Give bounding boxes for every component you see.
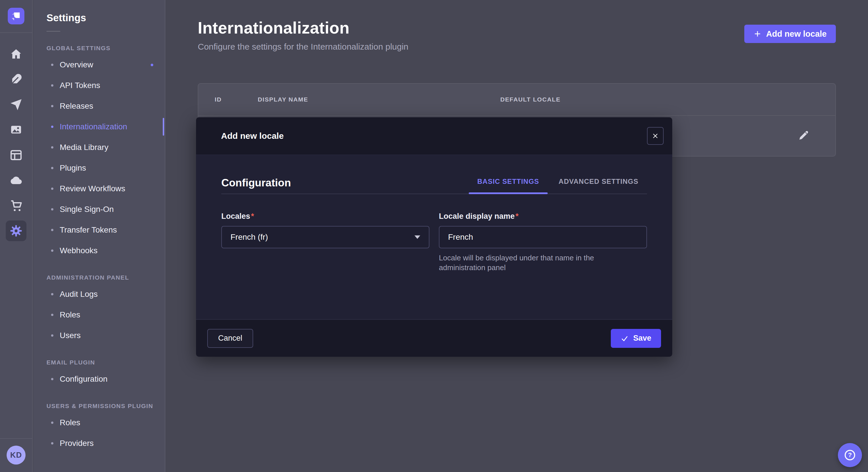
- logo-section: [0, 0, 32, 33]
- bullet: [51, 126, 53, 128]
- page-subtitle: Configure the settings for the Internati…: [198, 42, 836, 52]
- sidebar-item-internationalization[interactable]: Internationalization: [33, 116, 165, 137]
- icon-rail: KD: [0, 0, 33, 472]
- bullet: [51, 105, 53, 107]
- sidebar-item-overview[interactable]: Overview: [33, 55, 165, 75]
- users-permissions-menu: Roles Providers: [33, 412, 165, 453]
- sidebar-item-review-workflows[interactable]: Review Workflows: [33, 178, 165, 199]
- sidebar-item-single-sign-on[interactable]: Single Sign-On: [33, 199, 165, 220]
- help-button[interactable]: ?: [838, 443, 862, 467]
- user-avatar[interactable]: KD: [7, 446, 26, 465]
- question-icon: ?: [844, 449, 856, 461]
- edit-locale-button[interactable]: [799, 130, 809, 141]
- feather-icon: [9, 73, 23, 86]
- bullet: [51, 167, 53, 169]
- sidebar-item-admin-roles[interactable]: Roles: [33, 305, 165, 325]
- nav-content-button[interactable]: [6, 67, 26, 92]
- plus-icon: [753, 30, 762, 38]
- sidebar-item-media-library[interactable]: Media Library: [33, 137, 165, 158]
- sidebar-item-up-providers[interactable]: Providers: [33, 433, 165, 453]
- avatar-initials: KD: [10, 451, 22, 460]
- close-icon: [652, 133, 659, 139]
- bullet: [51, 314, 53, 316]
- bullet: [51, 146, 53, 148]
- nav-media-button[interactable]: [6, 117, 26, 142]
- modal-title: Add new locale: [221, 131, 284, 141]
- modal-header: Add new locale: [196, 117, 672, 155]
- administration-panel-menu: Audit Logs Roles Users: [33, 284, 165, 346]
- tab-basic-settings[interactable]: BASIC SETTINGS: [469, 177, 548, 194]
- check-icon: [621, 334, 629, 342]
- title-divider: [46, 31, 60, 32]
- add-new-locale-button[interactable]: Add new locale: [744, 25, 836, 43]
- sidebar-item-up-roles[interactable]: Roles: [33, 412, 165, 433]
- section-global-settings: GLOBAL SETTINGS: [46, 45, 165, 52]
- bullet: [51, 442, 53, 444]
- sidebar-item-api-tokens[interactable]: API Tokens: [33, 75, 165, 96]
- strapi-logo[interactable]: [8, 8, 24, 24]
- active-indicator: [163, 118, 164, 136]
- display-name-label: Locale display name*: [439, 212, 519, 221]
- locales-select[interactable]: French (fr): [221, 226, 429, 248]
- cart-icon: [9, 199, 23, 212]
- tab-advanced-settings[interactable]: ADVANCED SETTINGS: [550, 177, 647, 194]
- nav-deploy-button[interactable]: [6, 168, 26, 193]
- svg-text:?: ?: [848, 451, 851, 459]
- bullet: [51, 208, 53, 210]
- bullet: [51, 229, 53, 231]
- settings-active-background: [6, 221, 26, 241]
- rail-nav: [6, 33, 26, 243]
- column-id: ID: [215, 96, 258, 103]
- sidebar-item-plugins[interactable]: Plugins: [33, 158, 165, 178]
- display-name-field: Locale display name* Locale will be disp…: [439, 212, 647, 272]
- section-users-permissions-plugin: USERS & PERMISSIONS PLUGIN: [46, 403, 165, 409]
- sidebar-item-admin-users[interactable]: Users: [33, 325, 165, 346]
- bullet: [51, 64, 53, 66]
- modal-tabs: BASIC SETTINGS ADVANCED SETTINGS: [469, 177, 647, 194]
- table-header-row: ID DISPLAY NAME DEFAULT LOCALE: [198, 84, 835, 116]
- modal-body: Configuration BASIC SETTINGS ADVANCED SE…: [196, 155, 672, 319]
- save-button[interactable]: Save: [611, 329, 661, 348]
- cloud-icon: [9, 174, 23, 187]
- locales-field: Locales* French (fr): [221, 212, 429, 272]
- tabs-divider: [221, 194, 647, 194]
- sidebar-item-releases[interactable]: Releases: [33, 96, 165, 116]
- column-display-name: DISPLAY NAME: [258, 96, 500, 103]
- required-marker: *: [516, 212, 519, 221]
- nav-settings-button[interactable]: [6, 218, 26, 243]
- send-icon: [9, 98, 23, 111]
- settings-gear-icon: [9, 224, 23, 237]
- cancel-button[interactable]: Cancel: [207, 329, 253, 348]
- bullet: [51, 188, 53, 190]
- section-email-plugin: EMAIL PLUGIN: [46, 359, 165, 366]
- sidebar-item-email-configuration[interactable]: Configuration: [33, 369, 165, 390]
- sidebar-item-audit-logs[interactable]: Audit Logs: [33, 284, 165, 305]
- bullet: [51, 84, 53, 87]
- modal-footer: Cancel Save: [196, 319, 672, 357]
- home-icon: [9, 47, 23, 61]
- sidebar-item-webhooks[interactable]: Webhooks: [33, 240, 165, 261]
- settings-sidebar: Settings GLOBAL SETTINGS Overview API To…: [33, 0, 165, 472]
- email-plugin-menu: Configuration: [33, 369, 165, 390]
- modal-close-button[interactable]: [647, 127, 663, 145]
- bullet: [51, 249, 53, 252]
- nav-marketplace-button[interactable]: [6, 193, 26, 218]
- nav-release-button[interactable]: [6, 92, 26, 117]
- bullet: [51, 334, 53, 337]
- media-icon: [9, 123, 23, 136]
- chevron-down-icon: [414, 235, 420, 239]
- sidebar-title: Settings: [46, 12, 165, 24]
- bullet: [51, 293, 53, 295]
- overview-notification-dot: [151, 64, 153, 66]
- rail-bottom: KD: [0, 438, 32, 472]
- sidebar-item-transfer-tokens[interactable]: Transfer Tokens: [33, 220, 165, 240]
- add-new-locale-modal: Add new locale Configuration BASIC SETTI…: [196, 117, 672, 357]
- bullet: [51, 422, 53, 424]
- pencil-icon: [799, 130, 809, 140]
- layout-icon: [9, 148, 23, 162]
- display-name-hint: Locale will be displayed under that name…: [439, 253, 637, 272]
- page-title: Internationalization: [198, 19, 836, 37]
- nav-home-button[interactable]: [6, 42, 26, 67]
- nav-builder-button[interactable]: [6, 142, 26, 168]
- display-name-input[interactable]: [448, 233, 638, 242]
